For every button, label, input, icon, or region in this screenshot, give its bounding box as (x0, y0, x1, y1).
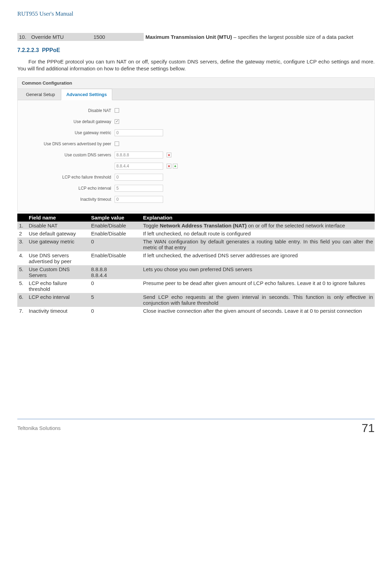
input-lcp-fail[interactable] (115, 174, 163, 181)
label-use-gateway-metric: Use gateway metric (25, 130, 115, 135)
checkbox-dns-advertised-peer[interactable] (115, 141, 119, 146)
label-lcp-fail: LCP echo failure threshold (25, 175, 115, 180)
table-row: 1. Disable NAT Enable/Disable Toggle Net… (17, 222, 375, 230)
table-row: 5. Use Custom DNS Servers 8.8.8.8 8.8.4.… (17, 265, 375, 279)
table-row: 4. Use DNS servers advertised by peer En… (17, 251, 375, 265)
tab-general-setup[interactable]: General Setup (21, 89, 60, 100)
top-spec-table: 10. Override MTU 1500 Maximum Transmissi… (17, 33, 375, 41)
th-field-name: Field name (27, 214, 89, 222)
input-custom-dns-2[interactable] (115, 163, 163, 170)
input-lcp-interval[interactable] (115, 185, 163, 192)
top-row-num: 10. (17, 33, 29, 41)
label-use-default-gateway: Use default gateway (25, 119, 115, 124)
label-custom-dns: Use custom DNS servers (25, 153, 115, 157)
table-row: 3. Use gateway metric 0 The WAN configur… (17, 238, 375, 251)
footer-page-number: 71 (362, 421, 375, 435)
top-row-exp: Maximum Transmission Unit (MTU) – specif… (144, 33, 375, 41)
document-title: RUT955 User's Manual (17, 10, 375, 17)
page-footer: Teltonika Solutions 71 (17, 419, 375, 435)
delete-dns-icon[interactable]: × (167, 153, 171, 157)
top-row-sample: 1500 (92, 33, 144, 41)
th-sample-value: Sample value (89, 214, 141, 222)
delete-dns-icon[interactable]: × (167, 164, 171, 169)
table-row: 5. LCP echo failure threshold 0 Presume … (17, 279, 375, 293)
common-configuration-panel: Common Configuration General Setup Advan… (17, 77, 375, 212)
add-dns-icon[interactable]: + (173, 164, 178, 169)
input-inactivity[interactable] (115, 196, 163, 203)
label-lcp-interval: LCP echo interval (25, 186, 115, 191)
table-row: 6. LCP echo interval 5 Send LCP echo req… (17, 293, 375, 307)
input-custom-dns-1[interactable] (115, 152, 163, 158)
tab-row: General Setup Advanced Settings (18, 89, 374, 100)
footer-company: Teltonika Solutions (17, 425, 61, 431)
checkbox-disable-nat[interactable] (115, 108, 119, 113)
section-body-text: For the PPPoE protocol you can turn NAT … (17, 58, 375, 72)
input-gateway-metric[interactable] (115, 129, 163, 136)
tab-advanced-settings[interactable]: Advanced Settings (61, 89, 112, 100)
label-disable-nat: Disable NAT (25, 108, 115, 113)
panel-title: Common Configuration (18, 78, 374, 89)
section-heading: 7.2.2.2.3 PPPoE (17, 47, 375, 53)
spec-table: Field name Sample value Explanation 1. D… (17, 214, 375, 315)
table-row: 7. Inactivity timeout 0 Close inactive c… (17, 307, 375, 315)
label-dns-advertised-peer: Use DNS servers advertised by peer (25, 141, 115, 146)
table-row: 2 Use default gateway Enable/Disable If … (17, 230, 375, 238)
checkbox-use-default-gateway[interactable]: ✓ (115, 119, 119, 124)
label-inactivity: Inactivity timeout (25, 197, 115, 202)
top-row-name: Override MTU (29, 33, 92, 41)
th-explanation: Explanation (141, 214, 375, 222)
